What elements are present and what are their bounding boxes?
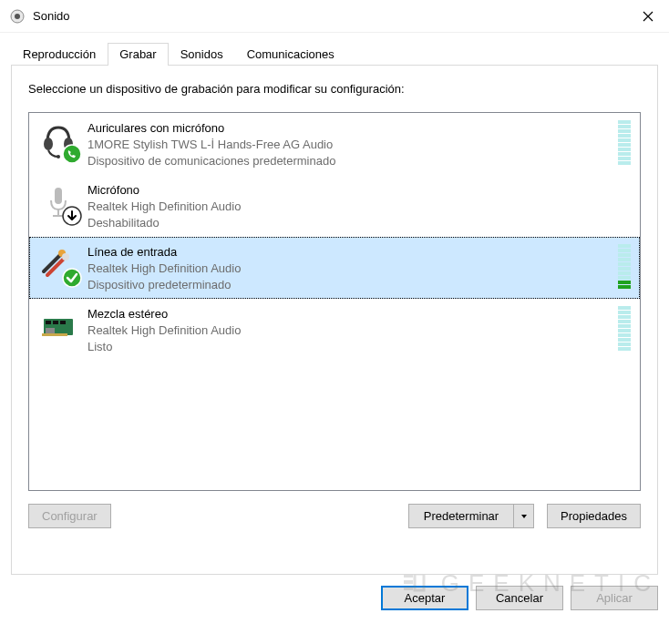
cancel-button[interactable]: Cancelar [476,586,563,610]
line-in-icon [38,244,78,284]
svg-point-2 [44,138,53,150]
tab-comunicaciones[interactable]: Comunicaciones [235,43,346,66]
apply-button[interactable]: Aplicar [571,586,658,610]
window-title: Sonido [33,9,627,23]
svg-point-4 [57,155,60,158]
panel-instruction: Seleccione un dispositivo de grabación p… [28,82,641,96]
window-titlebar: Sonido [0,0,669,33]
svg-rect-14 [46,321,51,324]
device-row-line-in[interactable]: Línea de entrada Realtek High Definition… [29,237,640,299]
headset-icon [38,120,78,160]
svg-rect-7 [57,210,59,215]
soundcard-icon [38,306,78,346]
device-status: Dispositivo de comunicaciones predetermi… [87,153,612,169]
svg-rect-6 [55,188,62,204]
ok-button[interactable]: Aceptar [381,586,468,610]
device-driver: 1MORE Stylish TWS L-İ Hands-Free AG Audi… [87,137,612,153]
tab-sonidos[interactable]: Sonidos [169,43,235,66]
device-name: Auriculares con micrófono [87,120,612,137]
set-default-split-button[interactable]: Predeterminar [408,504,534,528]
device-driver: Realtek High Definition Audio [87,199,612,215]
window-close-button[interactable] [627,0,669,33]
vu-meter [618,306,631,351]
properties-button[interactable]: Propiedades [547,504,641,528]
disabled-badge-icon [62,206,82,226]
microphone-icon [38,182,78,222]
svg-point-1 [15,14,20,19]
recording-device-list[interactable]: Auriculares con micrófono 1MORE Stylish … [28,112,641,491]
tab-reproduccion[interactable]: Reproducción [11,43,108,66]
tab-strip: Reproducción Grabar Sonidos Comunicacion… [11,40,658,66]
dialog-button-row: Aceptar Cancelar Aplicar [0,575,669,610]
phone-badge-icon [62,144,82,164]
device-name: Micrófono [87,182,612,199]
device-row-stereo-mix[interactable]: Mezcla estéreo Realtek High Definition A… [29,299,640,361]
panel-button-row: Configurar Predeterminar Propiedades [28,504,641,528]
svg-point-12 [63,269,81,287]
device-name: Línea de entrada [87,244,612,261]
set-default-button[interactable]: Predeterminar [408,504,514,528]
set-default-dropdown[interactable] [514,504,534,528]
device-row-headset[interactable]: Auriculares con micrófono 1MORE Stylish … [29,113,640,175]
device-status: Dispositivo predeterminado [87,277,612,293]
tab-grabar[interactable]: Grabar [108,43,168,66]
device-status: Listo [87,339,612,355]
svg-point-5 [63,145,81,163]
window-icon [9,8,26,25]
configure-button[interactable]: Configurar [28,504,111,528]
default-check-badge-icon [62,268,82,288]
device-driver: Realtek High Definition Audio [87,261,612,277]
svg-rect-18 [42,333,67,336]
device-row-microphone[interactable]: Micrófono Realtek High Definition Audio … [29,175,640,237]
device-driver: Realtek High Definition Audio [87,322,612,339]
svg-rect-17 [46,328,55,333]
svg-rect-15 [53,321,58,324]
vu-meter [618,244,631,289]
svg-point-11 [62,253,69,261]
vu-meter [618,120,631,165]
device-name: Mezcla estéreo [87,306,612,322]
tab-panel-grabar: Seleccione un dispositivo de grabación p… [11,65,658,575]
device-status: Deshabilitado [87,215,612,231]
svg-rect-16 [60,321,66,324]
